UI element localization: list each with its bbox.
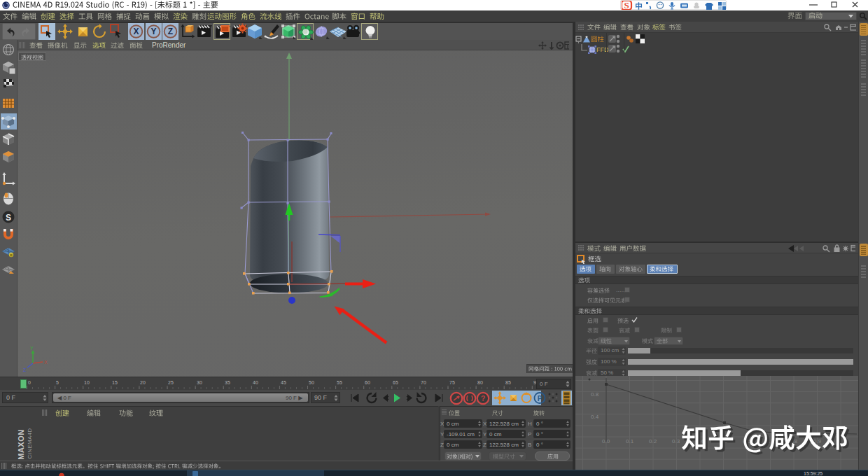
svg-text:Y: Y — [30, 346, 34, 351]
svg-text:S: S — [6, 213, 11, 223]
svg-text:Y: Y — [150, 27, 156, 36]
svg-text:?: ? — [481, 394, 486, 402]
svg-text:P: P — [538, 395, 542, 402]
svg-text:Z: Z — [23, 368, 27, 372]
svg-text:X: X — [44, 360, 48, 365]
svg-text:S: S — [624, 1, 629, 10]
svg-text:Z: Z — [168, 27, 173, 36]
svg-text:X: X — [133, 27, 139, 36]
